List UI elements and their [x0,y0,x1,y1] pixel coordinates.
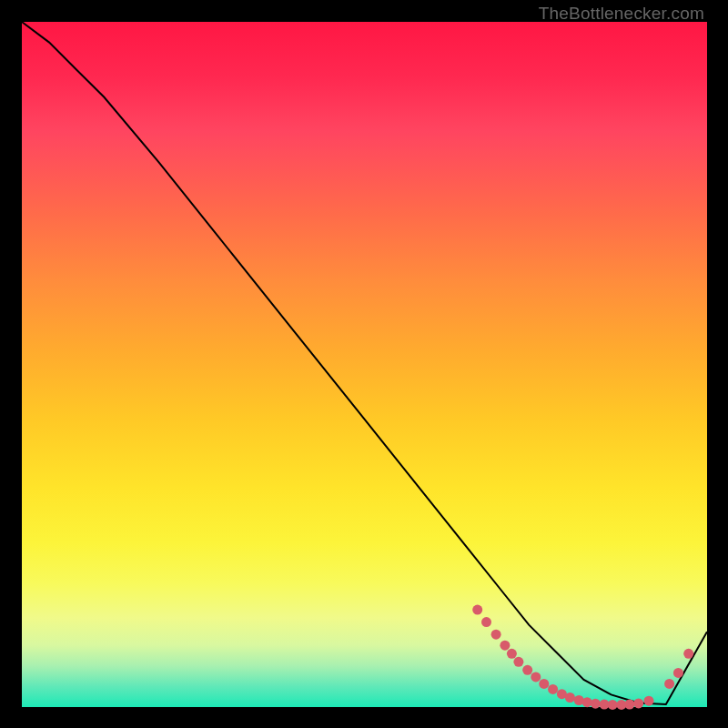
data-marker [565,693,575,703]
data-marker [608,700,618,710]
data-marker [683,649,693,659]
data-marker [507,649,517,659]
data-marker [624,700,634,710]
data-marker [591,699,601,709]
data-marker [513,657,523,667]
data-marker [539,679,549,689]
data-marker [472,605,482,615]
marker-group [472,605,693,710]
data-marker [531,672,541,682]
data-marker [664,679,674,689]
data-marker [644,696,654,706]
attribution-text: TheBottlenecker.com [539,4,704,24]
chart-svg [22,22,707,707]
plot-area [22,22,707,707]
data-marker [522,665,532,675]
data-marker [673,668,683,678]
data-marker [548,684,558,694]
data-marker [633,698,643,708]
data-marker [500,641,510,651]
curve-line [22,22,707,704]
data-marker [491,630,501,640]
data-marker [481,617,491,627]
